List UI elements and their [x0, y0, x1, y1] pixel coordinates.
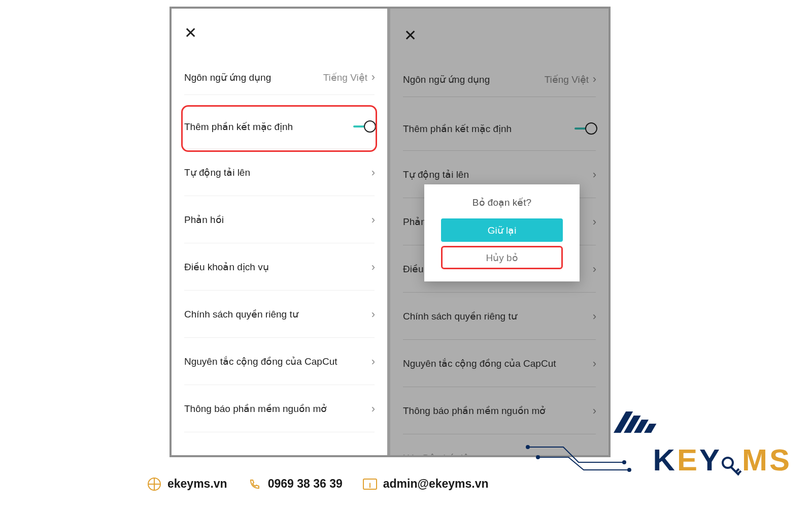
row-auto-upload[interactable]: Tự động tải lên › — [172, 149, 387, 196]
globe-icon — [147, 477, 161, 491]
chevron-right-icon: › — [371, 308, 375, 321]
row-label: Điều khoản dịch vụ — [184, 261, 269, 273]
row-community[interactable]: Nguyên tắc cộng đồng của CapCut › — [172, 338, 387, 385]
dialog-title: Bỏ đoạn kết? — [433, 197, 570, 208]
screenshots-frame: ✕ Ngôn ngữ ứng dụng Tiếng Việt › Thêm ph… — [170, 7, 611, 457]
confirm-dialog: Bỏ đoạn kết? Giữ lại Hủy bỏ — [424, 184, 580, 281]
keep-button[interactable]: Giữ lại — [441, 218, 563, 242]
chevron-right-icon: › — [371, 261, 375, 274]
chevron-right-icon: › — [371, 71, 375, 84]
row-label: Thông báo phần mềm nguồn mở — [184, 403, 327, 415]
footer-text: 0969 38 36 39 — [268, 477, 343, 491]
row-language[interactable]: Ngôn ngữ ứng dụng Tiếng Việt › — [172, 59, 387, 95]
phone-icon — [248, 477, 262, 491]
row-add-ending[interactable]: Thêm phần kết mặc định — [172, 104, 387, 149]
close-icon[interactable]: ✕ — [184, 25, 197, 41]
toggle-knob — [364, 120, 376, 133]
chevron-right-icon: › — [371, 166, 375, 179]
button-label: Hủy bỏ — [486, 252, 518, 264]
footer-website[interactable]: ekeyms.vn — [147, 477, 227, 491]
toggle-add-ending[interactable] — [353, 120, 376, 133]
row-label: Chính sách quyền riêng tư — [184, 308, 298, 320]
footer-email[interactable]: admin@ekeyms.vn — [363, 477, 489, 491]
row-value: Tiếng Việt — [323, 72, 375, 83]
stripes-icon — [613, 411, 667, 435]
row-label: Phản hồi — [184, 214, 224, 226]
footer-phone[interactable]: 0969 38 36 39 — [248, 477, 343, 491]
divider — [184, 432, 375, 432]
settings-screen-right: ✕ Ngôn ngữ ứng dụng Tiếng Việt › Thêm ph… — [390, 9, 608, 455]
canvas: ✕ Ngôn ngữ ứng dụng Tiếng Việt › Thêm ph… — [0, 0, 812, 508]
row-label: Ngôn ngữ ứng dụng — [184, 72, 271, 83]
settings-list-left: Ngôn ngữ ứng dụng Tiếng Việt › Thêm phần… — [172, 59, 387, 432]
footer-text: ekeyms.vn — [167, 477, 227, 491]
chevron-right-icon: › — [371, 213, 375, 227]
row-label: Nguyên tắc cộng đồng của CapCut — [184, 356, 337, 367]
chevron-right-icon: › — [371, 402, 375, 416]
row-feedback[interactable]: Phản hồi › — [172, 196, 387, 243]
row-label: Tự động tải lên — [184, 167, 250, 178]
footer: ekeyms.vn 0969 38 36 39 admin@ekeyms.vn — [0, 460, 812, 508]
row-privacy[interactable]: Chính sách quyền riêng tư › — [172, 291, 387, 338]
row-oss[interactable]: Thông báo phần mềm nguồn mở › — [172, 385, 387, 432]
button-label: Giữ lại — [488, 225, 517, 236]
footer-text: admin@ekeyms.vn — [383, 477, 489, 491]
mail-icon — [363, 477, 377, 491]
row-tos[interactable]: Điều khoản dịch vụ › — [172, 243, 387, 291]
chevron-right-icon: › — [371, 355, 375, 368]
svg-point-2 — [536, 456, 539, 459]
divider — [184, 94, 375, 95]
settings-screen-left: ✕ Ngôn ngữ ứng dụng Tiếng Việt › Thêm ph… — [172, 9, 387, 455]
row-label: Thêm phần kết mặc định — [184, 121, 293, 133]
cancel-button[interactable]: Hủy bỏ — [441, 246, 563, 269]
svg-point-0 — [526, 446, 529, 449]
